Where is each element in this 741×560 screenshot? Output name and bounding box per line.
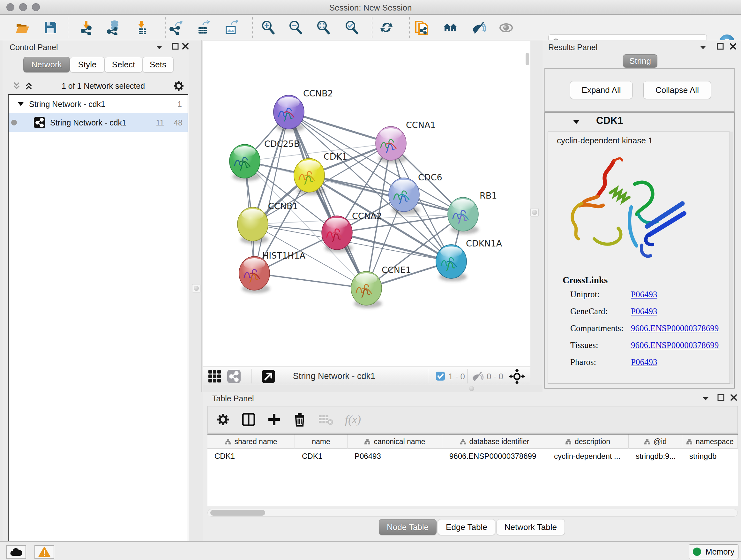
- collapse-all-chevron-icon[interactable]: [12, 81, 21, 91]
- tab-edge-table[interactable]: Edge Table: [438, 519, 495, 535]
- column-header-name[interactable]: name: [295, 435, 347, 449]
- title-bar: Session: New Session: [0, 0, 741, 15]
- table-cell[interactable]: cyclin-dependent ...: [547, 450, 629, 462]
- delete-column-icon[interactable]: [293, 413, 307, 427]
- left-splitter-handle[interactable]: [192, 284, 200, 293]
- canvas-vscroll-thumb[interactable]: [526, 53, 529, 65]
- zoom-in-icon[interactable]: [261, 20, 275, 35]
- cloud-icon: [10, 548, 23, 557]
- crosslink-value-link[interactable]: 9606.ENSP00000378699: [631, 323, 719, 333]
- network-canvas[interactable]: CCNB2CCNA1CDC25BCDK1CDC6RB1CCNB1CCNA2CDK…: [203, 41, 530, 367]
- network-collection-row[interactable]: String Network - cdk1 1: [9, 95, 188, 113]
- status-bar: Memory: [0, 541, 741, 560]
- table-cell[interactable]: CDK1: [295, 450, 347, 462]
- crosslink-value-link[interactable]: P06493: [631, 357, 657, 367]
- tab-style[interactable]: Style: [70, 57, 105, 72]
- float-panel-icon[interactable]: [718, 394, 724, 401]
- birds-eye-toggle-icon[interactable]: [509, 368, 525, 384]
- column-header-description[interactable]: description: [547, 435, 629, 449]
- table-cell[interactable]: stringdb: [682, 450, 738, 462]
- right-splitter-handle[interactable]: [530, 208, 539, 216]
- float-panel-icon[interactable]: [172, 43, 179, 50]
- close-panel-icon[interactable]: [730, 43, 737, 50]
- export-table-icon[interactable]: [196, 20, 211, 35]
- network-edge[interactable]: [254, 112, 289, 273]
- tab-string[interactable]: String: [623, 54, 657, 68]
- eye-icon[interactable]: [499, 20, 514, 35]
- network-row[interactable]: String Network - cdk1 11 48: [9, 113, 188, 132]
- protein-expander-icon[interactable]: [572, 119, 580, 125]
- homes-icon[interactable]: [443, 20, 458, 35]
- column-header-canonicalname[interactable]: canonical name: [347, 435, 442, 449]
- network-selected-status: 1 of 1 Network selected: [33, 81, 173, 91]
- column-header-databaseidentifier[interactable]: database identifier: [442, 435, 547, 449]
- gear-icon[interactable]: [173, 80, 185, 91]
- float-panel-icon[interactable]: [717, 43, 724, 50]
- node-table[interactable]: shared namenamecanonical namedatabase id…: [207, 434, 738, 506]
- show-columns-icon[interactable]: [242, 413, 256, 427]
- table-cell[interactable]: stringdb:9...: [629, 450, 682, 462]
- network-node-HIST1H1A[interactable]: HIST1H1A: [239, 251, 306, 293]
- export-image-icon[interactable]: [224, 20, 239, 35]
- results-vscroll[interactable]: [730, 132, 733, 384]
- table-cell[interactable]: 9606.ENSP00000378699: [442, 450, 547, 462]
- network-node-CDKN1A[interactable]: CDKN1A: [436, 239, 502, 281]
- panel-menu-icon[interactable]: [702, 396, 709, 401]
- close-panel-icon[interactable]: [182, 43, 189, 50]
- annotation-icon[interactable]: [414, 20, 429, 35]
- open-session-icon[interactable]: [15, 20, 30, 35]
- column-header-namespace[interactable]: namespace: [682, 435, 738, 449]
- crosslink-value-link[interactable]: P06493: [631, 307, 657, 316]
- import-table-icon[interactable]: [134, 20, 149, 35]
- add-column-icon[interactable]: [267, 413, 281, 427]
- column-type-icon: [565, 438, 571, 445]
- export-network-icon[interactable]: [169, 20, 183, 35]
- table-hscroll[interactable]: [207, 509, 738, 516]
- tab-network[interactable]: Network: [23, 57, 70, 72]
- table-cell[interactable]: CDK1: [207, 450, 295, 462]
- import-network-icon[interactable]: [79, 20, 94, 35]
- column-header-sharedname[interactable]: shared name: [207, 435, 295, 449]
- toolbar-separator: [372, 17, 373, 38]
- network-node-CDC25B[interactable]: CDC25B: [229, 139, 300, 181]
- collection-expander-icon[interactable]: [17, 102, 24, 106]
- network-edge[interactable]: [289, 112, 366, 288]
- table-hscroll-thumb[interactable]: [210, 510, 265, 516]
- hide-unhide-icon[interactable]: [471, 20, 486, 35]
- table-gear-icon[interactable]: [216, 413, 230, 427]
- crosslink-value-link[interactable]: P06493: [631, 290, 657, 300]
- zoom-out-icon[interactable]: [288, 20, 303, 35]
- zoom-selected-icon[interactable]: [344, 20, 359, 35]
- tab-network-table[interactable]: Network Table: [496, 519, 565, 535]
- tab-node-table[interactable]: Node Table: [379, 519, 436, 535]
- crosslink-label: GeneCard:: [570, 307, 631, 316]
- grid-view-icon[interactable]: [208, 369, 222, 383]
- collapse-all-button[interactable]: Collapse All: [643, 81, 711, 99]
- network-node-CCNA1[interactable]: CCNA1: [376, 120, 436, 163]
- import-network-from-database-icon[interactable]: [106, 20, 121, 35]
- string-view-icon[interactable]: [227, 369, 241, 383]
- panel-menu-icon[interactable]: [699, 45, 706, 50]
- external-view-icon[interactable]: [261, 369, 275, 383]
- memory-button[interactable]: Memory: [689, 544, 738, 559]
- network-node-CCNE1[interactable]: CCNE1: [351, 265, 411, 308]
- save-session-icon[interactable]: [43, 20, 58, 35]
- expand-all-button[interactable]: Expand All: [570, 81, 632, 99]
- selected-checkbox-icon[interactable]: [435, 371, 445, 381]
- left-splitter[interactable]: [201, 40, 202, 392]
- refresh-icon[interactable]: [379, 20, 394, 35]
- network-edge[interactable]: [254, 273, 366, 288]
- network-node-CDC6[interactable]: CDC6: [389, 172, 442, 214]
- cloud-button[interactable]: [6, 545, 26, 559]
- close-panel-icon[interactable]: [730, 394, 737, 401]
- tab-select[interactable]: Select: [105, 57, 142, 72]
- tab-sets[interactable]: Sets: [142, 57, 174, 72]
- column-header-id[interactable]: @id: [629, 435, 682, 449]
- crosslink-value-link[interactable]: 9606.ENSP00000378699: [631, 340, 719, 350]
- warning-button[interactable]: [35, 545, 54, 559]
- zoom-fit-icon[interactable]: [316, 20, 331, 35]
- panel-menu-icon[interactable]: [156, 45, 163, 50]
- network-node-RB1[interactable]: RB1: [448, 191, 497, 234]
- expand-all-chevron-icon[interactable]: [24, 81, 33, 91]
- table-cell[interactable]: P06493: [347, 450, 442, 462]
